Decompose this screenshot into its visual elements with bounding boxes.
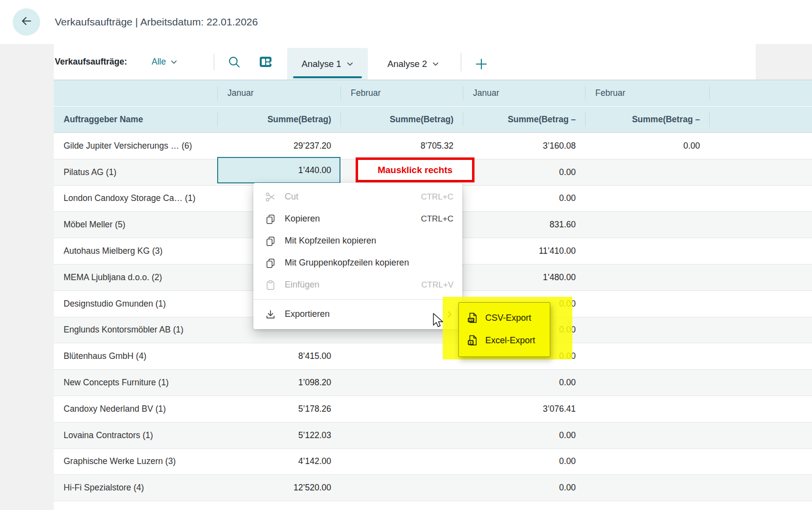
add-analysis-tab-button[interactable]: [470, 48, 493, 80]
row-value-cell-feb[interactable]: [340, 422, 463, 448]
svg-text:x: x: [470, 341, 472, 344]
month-header[interactable]: Februar: [585, 80, 709, 106]
row-name-cell[interactable]: Candoxy Nederland BV (1): [54, 396, 217, 422]
back-button[interactable]: [13, 8, 40, 36]
row-value-cell-feb2[interactable]: 0.00: [585, 133, 709, 159]
table-row[interactable]: VisioSound (3) 1’670.00 0.00: [54, 501, 812, 510]
row-value-cell-jan2[interactable]: 831.60: [463, 212, 585, 238]
row-value-cell-jan2[interactable]: 3’076.41: [463, 396, 585, 422]
tab-analyse-1-label: Analyse 1: [301, 59, 341, 69]
row-name-cell[interactable]: Designstudio Gmunden (1): [54, 291, 217, 317]
context-menu-item[interactable]: Kopieren CTRL+C: [253, 208, 462, 230]
row-name-cell[interactable]: London Candoxy Storage Ca… (1): [54, 186, 217, 212]
row-name-cell[interactable]: Blütenhaus GmbH (4): [54, 343, 217, 369]
row-value-cell-feb2[interactable]: [585, 159, 709, 185]
row-value-cell-feb[interactable]: [340, 396, 463, 422]
row-name-cell[interactable]: MEMA Ljubljana d.o.o. (2): [54, 265, 217, 290]
row-value-cell-jan[interactable]: 1’098.20: [217, 370, 340, 396]
excel-export-item[interactable]: x Excel-Export: [459, 329, 550, 352]
row-value-cell-feb2[interactable]: [585, 343, 709, 369]
month-header[interactable]: Januar: [463, 80, 585, 106]
selected-cell[interactable]: 1’440.00: [217, 157, 340, 183]
row-value-cell-jan[interactable]: 5’122.03: [217, 422, 340, 448]
row-name-cell[interactable]: Englunds Kontorsmöbler AB (1): [54, 317, 217, 343]
column-header-filler: [709, 107, 812, 132]
row-value-cell-feb[interactable]: [340, 475, 463, 501]
row-filler-cell: [709, 449, 812, 475]
row-value-cell-feb2[interactable]: [585, 212, 709, 238]
table-row[interactable]: Lovaina Contractors (1) 5’122.03 0.00: [54, 422, 812, 448]
row-value-cell-feb[interactable]: [340, 501, 463, 510]
row-value-cell-jan2[interactable]: 3’160.08: [463, 133, 585, 159]
row-filler-cell: [709, 370, 812, 396]
column-header-sum[interactable]: Summe(Betrag): [217, 107, 340, 132]
table-row[interactable]: Gilde Jupiter Versicherungs … (6) 29’237…: [54, 133, 812, 159]
row-value-cell-jan[interactable]: 8’415.00: [217, 343, 340, 369]
row-value-cell-feb2[interactable]: [585, 238, 709, 264]
analysis-mode-toggle[interactable]: [259, 44, 273, 80]
search-button[interactable]: [227, 44, 241, 80]
column-header-name[interactable]: Auftraggeber Name: [54, 107, 217, 132]
row-name-cell[interactable]: VisioSound (3): [54, 501, 217, 510]
row-value-cell-jan[interactable]: 4’142.00: [217, 449, 340, 475]
table-row[interactable]: Blütenhaus GmbH (4) 8’415.00 0.00: [54, 343, 812, 369]
row-name-cell[interactable]: Graphische Werke Luzern (3): [54, 449, 217, 475]
row-value-cell-jan2[interactable]: 0.00: [463, 370, 585, 396]
context-menu-separator: [253, 299, 462, 300]
page-title: Verkaufsaufträge | Arbeitsdatum: 22.01.2…: [55, 0, 258, 44]
table-row[interactable]: New Concepts Furniture (1) 1’098.20 0.00: [54, 369, 812, 396]
csv-export-item[interactable]: CSV CSV-Export: [459, 307, 550, 329]
table-row[interactable]: Graphische Werke Luzern (3) 4’142.00 0.0…: [54, 448, 812, 475]
right-click-annotation: Mausklick rechts: [356, 157, 474, 182]
row-value-cell-feb2[interactable]: [585, 317, 709, 343]
row-value-cell-jan2[interactable]: 0.00: [463, 449, 585, 475]
row-value-cell-jan2[interactable]: 0.00: [463, 186, 585, 212]
month-header[interactable]: Januar: [217, 80, 340, 106]
context-menu-item[interactable]: Einfügen CTRL+V: [253, 274, 462, 296]
row-value-cell-jan[interactable]: 1’670.00: [217, 501, 340, 510]
row-name-cell[interactable]: Hi-Fi Spezialstore (4): [54, 475, 217, 501]
row-value-cell-jan[interactable]: 5’178.26: [217, 396, 340, 422]
column-header-sum[interactable]: Summe(Betrag –: [463, 107, 585, 132]
row-value-cell-feb[interactable]: [340, 449, 463, 475]
context-menu-item[interactable]: Mit Gruppenkopfzeilen kopieren: [253, 252, 462, 274]
row-name-cell[interactable]: New Concepts Furniture (1): [54, 370, 217, 396]
row-value-cell-feb2[interactable]: [585, 186, 709, 212]
row-value-cell-feb2[interactable]: [585, 370, 709, 396]
row-value-cell-feb2[interactable]: [585, 291, 709, 317]
column-header-sum[interactable]: Summe(Betrag): [340, 107, 463, 132]
table-row[interactable]: Candoxy Nederland BV (1) 5’178.26 3’076.…: [54, 396, 812, 422]
table-row[interactable]: Hi-Fi Spezialstore (4) 12’520.00 0.00: [54, 474, 812, 501]
row-value-cell-jan2[interactable]: 0.00: [463, 475, 585, 501]
row-value-cell-jan2[interactable]: 0.00: [463, 422, 585, 448]
row-name-cell[interactable]: Lovaina Contractors (1): [54, 422, 217, 448]
column-header-sum[interactable]: Summe(Betrag –: [585, 107, 709, 132]
month-header[interactable]: Februar: [340, 80, 463, 106]
row-value-cell-jan[interactable]: 12’520.00: [217, 475, 340, 501]
row-value-cell-feb[interactable]: [340, 370, 463, 396]
list-caption: Verkaufsaufträge:: [55, 44, 127, 80]
row-filler-cell: [709, 212, 812, 238]
row-value-cell-feb2[interactable]: [585, 475, 709, 501]
row-value-cell-feb2[interactable]: [585, 501, 709, 510]
row-name-cell[interactable]: Pilatus AG (1): [54, 159, 217, 185]
tab-analyse-2[interactable]: Analyse 2: [377, 48, 450, 80]
row-value-cell-feb2[interactable]: [585, 449, 709, 475]
context-menu-item[interactable]: Cut CTRL+C: [253, 186, 462, 208]
row-name-cell[interactable]: Autohaus Mielberg KG (3): [54, 238, 217, 264]
row-value-cell-feb2[interactable]: [585, 422, 709, 448]
row-value-cell-jan2[interactable]: 0.00: [463, 159, 585, 185]
row-value-cell-feb[interactable]: 8’705.32: [340, 133, 463, 159]
row-value-cell-feb2[interactable]: [585, 265, 709, 290]
row-name-cell[interactable]: Möbel Meller (5): [54, 212, 217, 238]
row-name-cell[interactable]: Gilde Jupiter Versicherungs … (6): [54, 133, 217, 159]
context-menu-item[interactable]: Exportieren: [253, 303, 462, 325]
tab-analyse-1[interactable]: Analyse 1: [287, 48, 368, 80]
row-value-cell-jan2[interactable]: 11’410.00: [463, 238, 585, 264]
row-value-cell-jan[interactable]: 29’237.20: [217, 133, 340, 159]
view-filter-dropdown[interactable]: Alle: [152, 44, 178, 80]
context-menu-item[interactable]: Mit Kopfzeilen kopieren: [253, 230, 462, 252]
row-value-cell-feb2[interactable]: [585, 396, 709, 422]
row-value-cell-jan2[interactable]: 0.00: [463, 501, 585, 510]
row-value-cell-jan2[interactable]: 1’480.00: [463, 265, 585, 290]
